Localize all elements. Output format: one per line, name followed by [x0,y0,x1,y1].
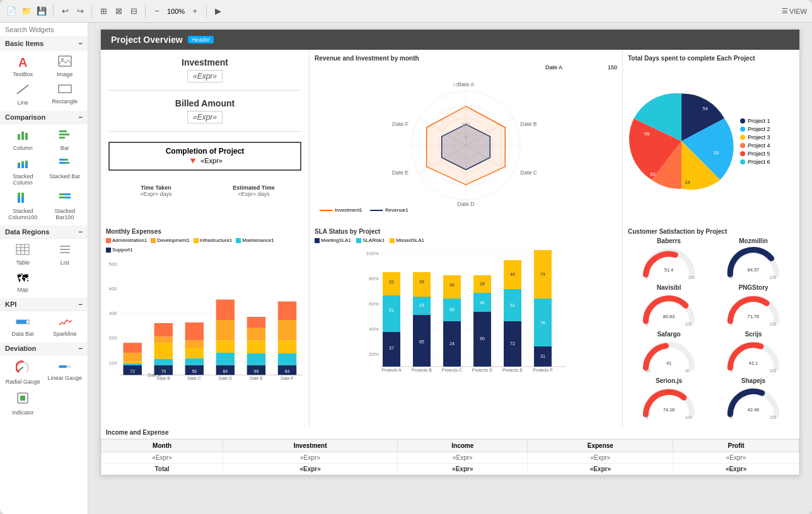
svg-text:100: 100 [770,275,777,280]
svg-text:Date D: Date D [219,376,232,380]
search-input[interactable] [5,26,88,33]
sat-baberrs: Baberrs 0 100 51.4 [628,237,710,282]
svg-rect-10 [18,165,20,168]
legend-date-a: Date A [545,64,562,71]
svg-text:Date E: Date E [392,169,409,176]
bar-chart-icon [58,129,72,144]
sidebar-item-stacked-bar100[interactable]: Stacked Bar100 [45,190,86,223]
save-icon[interactable]: 💾 [35,5,48,18]
collapse-icon[interactable]: − [79,300,83,308]
sidebar-item-table[interactable]: Table [3,241,44,268]
svg-text:76: 76 [540,321,545,325]
sidebar-item-bar[interactable]: Bar [45,127,86,154]
sidebar-item-map[interactable]: 🗺 Map [3,270,44,295]
billed-kpi: Billed Amount «Expr» [108,98,301,123]
sidebar-item-textbox[interactable]: A TextBox [3,53,44,80]
sla-panel: SLA Status by Project MeetingSLA1 SLARis… [310,223,622,426]
svg-text:Date E: Date E [250,376,263,380]
table-total-row: Total «Expr» «Expr» «Expr» «Expr» [102,464,799,475]
sidebar-item-rectangle[interactable]: Rectangle [45,81,86,108]
sidebar-item-list[interactable]: List [45,241,86,268]
collapse-icon[interactable]: − [79,40,83,47]
sidebar-item-radial-gauge[interactable]: Radial Gauge [3,358,44,387]
svg-text:Date D: Date D [458,201,475,207]
separator4 [206,5,207,18]
svg-text:54: 54 [703,106,708,111]
total-label: Total [102,464,223,475]
svg-text:36: 36 [450,283,455,287]
expr-investment: «Expr» [223,452,398,464]
sidebar-item-stacked-col100[interactable]: Stacked Column100 [3,190,44,223]
view-button[interactable]: ☰ VIEW [782,7,807,15]
middle-satisfaction-row: Monthly Expenses Administration1 Develop… [101,223,799,426]
sla-proj-c: 24 56 36 Projects C [442,275,462,372]
svg-text:100: 100 [109,360,118,366]
tool2[interactable]: ⊠ [112,5,125,18]
tool1[interactable]: ⊞ [97,5,110,18]
svg-rect-6 [25,133,28,140]
completion-block: Completion of Project 🔻 «Expr» [108,142,301,171]
svg-text:100: 100 [462,122,470,127]
sat-scrijs: Scrijs 0 100 42.1 [712,331,794,375]
preview-icon[interactable]: ▶ [212,5,224,18]
legend-dot-4 [740,143,745,148]
svg-rect-13 [21,161,24,164]
undo-icon[interactable]: ↩ [59,5,71,18]
svg-text:42.48: 42.48 [748,407,759,413]
svg-text:0: 0 [730,415,733,420]
tool3[interactable]: ⊟ [127,5,140,18]
sparkline-icon [58,316,72,329]
zoom-in-icon[interactable]: + [188,5,201,18]
svg-rect-9 [59,137,65,139]
svg-text:150: 150 [453,82,461,88]
time-taken: Time Taken «Expr» days [108,185,204,197]
sidebar-item-stacked-bar[interactable]: Stacked Bar [45,155,86,188]
zoom-out-icon[interactable]: − [151,5,163,18]
col-income: Income [398,440,528,452]
svg-text:0: 0 [646,322,648,326]
sidebar-item-sparkline[interactable]: Sparkline [45,314,86,340]
svg-rect-96 [185,358,204,365]
redo-icon[interactable]: ↪ [74,5,86,18]
svg-text:100: 100 [688,275,695,280]
sidebar-item-indicator[interactable]: Indicator [3,389,44,418]
sidebar-item-line[interactable]: Line [3,81,44,108]
svg-text:33: 33 [389,280,394,284]
admin-legend: Administration1 [106,237,147,243]
maint-legend: Maintenance1 [236,237,274,243]
svg-rect-111 [247,340,265,353]
expenses-legend: Administration1 Development1 Infrastruct… [106,237,304,253]
svg-text:58: 58 [644,131,649,137]
sidebar-item-linear-gauge[interactable]: Linear Gauge [45,358,86,387]
risk-legend: SLARisk1 [356,237,385,243]
svg-rect-110 [247,353,265,365]
sidebar-item-column[interactable]: Column [3,127,44,154]
svg-rect-19 [66,162,69,164]
legend-project4: Project 4 [740,142,770,149]
monthly-expenses-chart: 500 400 300 200 100 [106,255,304,381]
sidebar-item-image[interactable]: Image [45,53,86,80]
bottom-row: Income and Expense Month Investment Inco… [101,426,799,475]
col-profit: Profit [673,440,799,452]
collapse-icon[interactable]: − [79,113,83,121]
completion-sub: Time Taken «Expr» days Estimated Time «E… [108,185,301,197]
svg-text:80.83: 80.83 [663,314,675,319]
legend-project3: Project 3 [740,134,770,140]
svg-text:51: 51 [389,308,394,312]
sidebar-item-stacked-column[interactable]: Stacked Column [3,155,44,188]
svg-text:100: 100 [770,368,777,373]
svg-text:0: 0 [646,415,648,420]
folder-icon[interactable]: 📁 [20,5,33,18]
pie-legend: Project 1 Project 2 Project 3 [740,118,770,165]
svg-rect-25 [59,193,64,195]
collapse-icon[interactable]: − [79,345,83,352]
sidebar-item-databar[interactable]: Data Bar [3,314,44,340]
svg-rect-17 [64,159,68,161]
main-layout: 🔍 Basic Items − A TextBox Image [0,23,812,514]
radar-chart: Date A 150 Date B Date C Date D Date E D… [315,73,617,218]
svg-rect-91 [154,336,173,343]
svg-rect-28 [16,244,29,254]
file-icon[interactable]: 📄 [5,5,18,18]
collapse-icon[interactable]: − [79,228,83,236]
svg-rect-12 [21,164,24,168]
